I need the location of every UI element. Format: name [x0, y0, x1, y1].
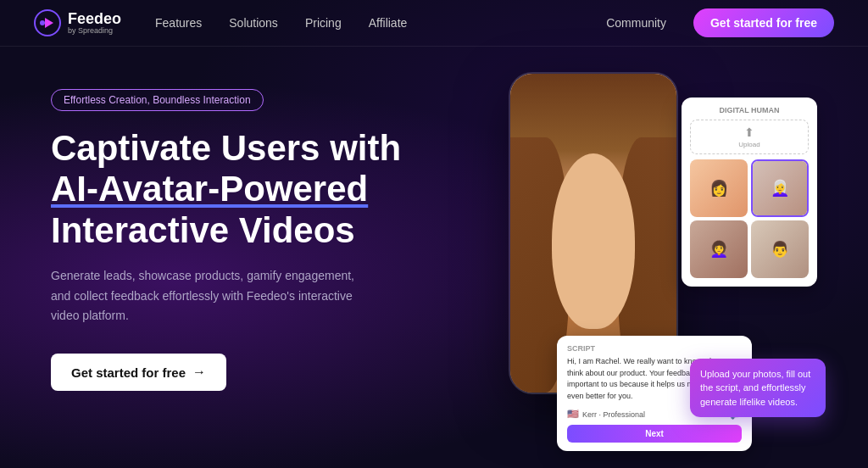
hero-title-line1: Captivate Users with [51, 128, 401, 168]
nav-right: Community Get started for free [606, 8, 834, 37]
hero-title: Captivate Users with AI-Avatar-Powered I… [51, 128, 458, 251]
digital-human-panel: Digital Human ⬆ Upload 👩 👩‍🦳 👩‍🦱 👨 [682, 98, 817, 287]
avatar-2[interactable]: 👩‍🦳 [751, 159, 809, 217]
avatar-grid: 👩 👩‍🦳 👩‍🦱 👨 [690, 159, 809, 278]
hero-cta-button[interactable]: Get started for free → [51, 354, 226, 391]
logo-title: Feedeo [68, 11, 121, 28]
nav-pricing[interactable]: Pricing [305, 16, 342, 30]
tooltip-bubble: Upload your photos, fill out the script,… [690, 359, 826, 418]
nav-cta-button[interactable]: Get started for free [693, 8, 834, 37]
hero-description: Generate leads, showcase products, gamif… [51, 266, 373, 326]
logo-icon [34, 9, 61, 36]
hero-right: Script Hi, I am Rachel. We really want t… [492, 81, 817, 468]
nav-community[interactable]: Community [606, 16, 666, 30]
avatar-face-3: 👩‍🦱 [690, 220, 748, 278]
script-speaker-name: Kerr · Professional [582, 410, 645, 419]
next-button[interactable]: Next [567, 425, 742, 443]
hero-tag-pill: Effortless Creation, Boundless Interacti… [51, 89, 264, 111]
avatar-4[interactable]: 👨 [751, 220, 809, 278]
upload-area[interactable]: ⬆ Upload [690, 120, 809, 154]
logo[interactable]: Feedeo by Spreading [34, 9, 121, 36]
script-label: Script [567, 344, 742, 353]
mic-icon: 🎙 [667, 390, 679, 404]
hero-cta-label: Get started for free [71, 365, 186, 380]
avatar-1[interactable]: 👩 [690, 159, 748, 217]
mic-button[interactable]: 🎙 [661, 385, 685, 409]
flag-icon: 🇺🇸 [567, 409, 579, 420]
arrow-icon: → [192, 365, 206, 380]
upload-text: Upload [738, 141, 760, 148]
svg-marker-1 [45, 18, 53, 28]
logo-subtitle: by Spreading [68, 27, 121, 35]
hero-section: Effortless Creation, Boundless Interacti… [0, 47, 868, 468]
nav-features[interactable]: Features [155, 16, 202, 30]
avatar-face-4: 👨 [751, 220, 809, 278]
nav-affiliate[interactable]: Affiliate [369, 16, 408, 30]
script-name: 🇺🇸 Kerr · Professional [567, 409, 645, 420]
avatar-face-1: 👩 [690, 159, 748, 217]
upload-icon: ⬆ [744, 125, 754, 139]
nav-solutions[interactable]: Solutions [229, 16, 278, 30]
avatar-face-2: 👩‍🦳 [753, 161, 807, 215]
hero-title-line2: AI-Avatar-Powered [51, 169, 368, 209]
avatar-3[interactable]: 👩‍🦱 [690, 220, 748, 278]
hero-title-line3: Interactive Videos [51, 210, 355, 250]
tooltip-text: Upload your photos, fill out the script,… [700, 369, 810, 407]
hero-left: Effortless Creation, Boundless Interacti… [51, 81, 458, 391]
nav-links: Features Solutions Pricing Affiliate [155, 16, 606, 30]
digital-human-label: Digital Human [690, 106, 809, 114]
svg-point-2 [40, 20, 45, 25]
navigation: Feedeo by Spreading Features Solutions P… [0, 0, 868, 47]
